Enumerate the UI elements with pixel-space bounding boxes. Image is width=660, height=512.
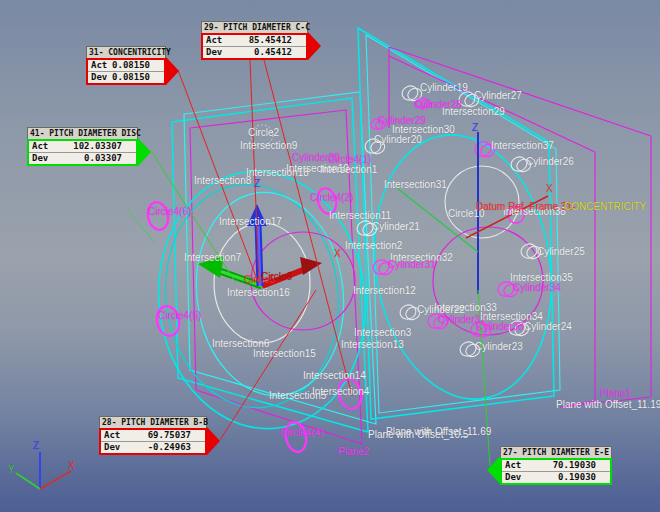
view-label: Intersection12 — [353, 285, 416, 296]
dev-row: Dev 0.03307 — [29, 152, 136, 164]
view-label: Cylinder24 — [524, 321, 572, 332]
view-label: Cylinder25 — [537, 246, 585, 257]
view-label: Plane1 — [600, 388, 631, 399]
view-label: Z — [472, 122, 478, 133]
act-value: 85.45412 — [230, 35, 306, 46]
view-label: Intersection37 — [491, 140, 554, 151]
act-value: 70.19030 — [529, 460, 610, 471]
act-row: Act 70.19030 — [502, 460, 610, 471]
act-value: 69.75037 — [128, 430, 205, 441]
dimension-callout-31[interactable]: 31- CONCENTRICITY Act 0.08150 Dev 0.0815… — [86, 46, 166, 85]
dev-row: Dev 0.19030 — [502, 471, 610, 483]
callout-title: 41- PITCH DIAMETER DISC — [27, 127, 138, 139]
view-label: Circle4(4) — [280, 427, 323, 438]
view-label: Intersection8 — [194, 175, 251, 186]
view-label: Plane2 — [338, 446, 369, 457]
view-label: Y — [8, 464, 15, 475]
view-label: Cylinder20 — [374, 134, 422, 145]
callout-arrow — [207, 427, 220, 455]
act-row: Act 69.75037 — [101, 430, 205, 441]
dimension-callout-41[interactable]: 41- PITCH DIAMETER DISC Act 102.03307 De… — [27, 127, 138, 166]
view-label: Intersection11 — [329, 210, 391, 221]
view-label: Intersection9 — [240, 140, 297, 151]
view-label: Circle6 — [261, 271, 292, 282]
view-label: Intersection4 — [312, 386, 369, 397]
view-label: Cylinder21 — [372, 221, 420, 232]
view-label: X — [68, 460, 75, 471]
callout-title: 28- PITCH DIAMETER B-B — [99, 416, 207, 428]
act-row: Act 102.03307 — [29, 141, 136, 152]
act-row: Act 85.45412 — [203, 35, 306, 46]
view-label: Intersection1 — [320, 164, 377, 175]
view-label: Intersection15 — [253, 348, 316, 359]
view-label: Cylinder19 — [420, 82, 468, 93]
view-label: X — [546, 183, 553, 194]
view-label: X — [334, 248, 341, 259]
callout-arrow — [308, 32, 321, 60]
callout-arrow — [138, 138, 151, 166]
view-label: Circle2 — [248, 127, 279, 138]
act-value: 102.03307 — [56, 141, 136, 152]
world-axes-triad — [16, 452, 71, 489]
view-label: Circle4(5) — [158, 310, 201, 321]
dev-value: 0.03307 — [56, 153, 136, 164]
view-label: CONCENTRICITY — [564, 201, 646, 212]
view-label: Intersection13 — [341, 339, 404, 350]
dev-row: Dev 0.45412 — [203, 46, 306, 58]
view-label: Circle4(2) — [310, 192, 353, 203]
view-label: Intersection31 — [384, 179, 447, 190]
view-label: Cylinder29 — [378, 115, 426, 126]
view-label: Intersection3 — [354, 327, 411, 338]
view-label: Cylinder26 — [526, 156, 574, 167]
dev-value: 0.45412 — [230, 47, 306, 58]
callout-title: 31- CONCENTRICITY — [86, 46, 166, 58]
view-label: Intersection14 — [303, 370, 366, 381]
view-label: Z — [254, 178, 260, 189]
callout-title: 27- PITCH DIAMETER E-E — [500, 446, 612, 458]
callout-arrow — [166, 57, 179, 85]
dev-row: Dev -0.24963 — [101, 441, 205, 453]
callout-title: 29- PITCH DIAMETER C-C — [201, 21, 308, 33]
act-value: 0.08150 — [112, 60, 164, 71]
view-label: Plane with Offset_11.69 — [386, 426, 491, 437]
act-row: Act 0.08150 — [88, 60, 164, 71]
view-label: Cylinder28 — [414, 99, 462, 110]
view-label: Plane with Offset_11.19 — [556, 399, 660, 410]
view-label: Intersection2 — [345, 240, 402, 251]
view-label: Intersection16 — [227, 287, 290, 298]
view-label: Intersection17 — [219, 216, 282, 227]
view-label: Cylinder31 — [388, 259, 436, 270]
3d-measurement-viewport[interactable]: Circle2Intersection9Intersection18Inters… — [0, 0, 660, 512]
callout-arrow — [487, 456, 500, 484]
dimension-callout-27[interactable]: 27- PITCH DIAMETER E-E Act 70.19030 Dev … — [500, 446, 612, 485]
dev-row: Dev 0.08150 — [88, 71, 164, 83]
dimension-callout-28[interactable]: 28- PITCH DIAMETER B-B Act 69.75037 Dev … — [99, 416, 207, 455]
view-label: Datum Ref. Frame 31- — [476, 201, 575, 212]
dev-value: 0.19030 — [529, 472, 610, 483]
view-label: Z — [33, 440, 39, 451]
view-label: Cylinder33 — [476, 321, 524, 332]
view-label: Circle4(6) — [148, 206, 191, 217]
view-label: Cylinder34 — [513, 282, 561, 293]
dev-value: -0.24963 — [128, 442, 205, 453]
view-label: Cylinder27 — [474, 90, 522, 101]
view-label: Circle4(1) — [328, 154, 371, 165]
view-label: Intersection7 — [184, 252, 241, 263]
dev-value: 0.08150 — [112, 72, 164, 83]
view-label: Cylinder23 — [475, 341, 523, 352]
dimension-callout-29[interactable]: 29- PITCH DIAMETER C-C Act 85.45412 Dev … — [201, 21, 308, 60]
